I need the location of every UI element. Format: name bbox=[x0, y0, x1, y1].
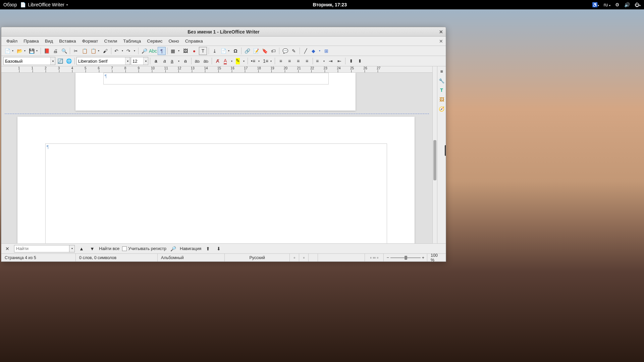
menu-styles[interactable]: Стили bbox=[101, 37, 120, 45]
highlight-button[interactable]: ✎ bbox=[234, 57, 246, 65]
redo-button[interactable]: ↷ bbox=[125, 47, 137, 55]
insert-image-button[interactable]: 🖼 bbox=[181, 47, 190, 55]
insert-line-button[interactable]: ╱ bbox=[302, 47, 310, 55]
accessibility-icon[interactable]: ♿▾ bbox=[592, 2, 599, 7]
volume-icon[interactable]: 🔊 bbox=[624, 2, 630, 7]
sidebar-properties-icon[interactable]: 🔧 bbox=[438, 77, 445, 84]
power-icon[interactable]: ⏻▾ bbox=[635, 2, 641, 7]
find-all-button[interactable]: Найти все bbox=[99, 246, 119, 251]
find-history-dropdown[interactable]: ▾ bbox=[69, 245, 75, 252]
strikethrough-button[interactable]: a bbox=[181, 57, 190, 65]
menu-tools[interactable]: Сервис bbox=[144, 37, 165, 45]
status-language[interactable]: Русский bbox=[225, 254, 290, 261]
status-selection-mode[interactable]: ▫ bbox=[299, 254, 309, 261]
subscript-button[interactable]: ab bbox=[202, 57, 210, 65]
align-center-button[interactable]: ≡ bbox=[285, 57, 293, 65]
window-close-button[interactable]: ✕ bbox=[439, 29, 443, 35]
status-page-style[interactable]: Альбомный bbox=[158, 254, 225, 261]
bullet-list-button[interactable]: •≡ bbox=[250, 57, 261, 65]
font-size-combo[interactable]: 12▾ bbox=[131, 57, 148, 65]
open-button[interactable]: 📂 bbox=[15, 47, 27, 55]
status-page[interactable]: Страница 4 из 5 bbox=[1, 254, 76, 261]
bold-button[interactable]: a bbox=[152, 57, 160, 65]
insert-chart-button[interactable]: ● bbox=[190, 47, 198, 55]
app-menu[interactable]: 📄 LibreOffice Writer ▾ bbox=[20, 2, 67, 7]
save-button[interactable]: 💾 bbox=[28, 47, 39, 55]
status-word-count[interactable]: 0 слов, 0 символов bbox=[76, 254, 158, 261]
status-insert-mode[interactable]: ▫ bbox=[290, 254, 299, 261]
insert-footnote-button[interactable]: 📝 bbox=[252, 47, 260, 55]
insert-textbox-button[interactable]: T bbox=[199, 47, 207, 55]
document-canvas[interactable]: ¶ ¶ bbox=[1, 73, 432, 243]
text-frame[interactable]: ¶ bbox=[45, 143, 387, 243]
keyboard-layout[interactable]: ru ▾ bbox=[604, 2, 610, 7]
outline-button[interactable]: ≡ bbox=[315, 57, 326, 65]
navigate-next-button[interactable]: ⬇ bbox=[215, 245, 223, 253]
find-next-button[interactable]: ▼ bbox=[88, 245, 96, 253]
paragraph-style-combo[interactable]: Базовый▾ bbox=[3, 57, 55, 65]
decrease-para-spacing-button[interactable]: ⬍ bbox=[356, 57, 364, 65]
sidebar-styles-icon[interactable]: T bbox=[438, 86, 445, 94]
insert-cross-reference-button[interactable]: 🏷 bbox=[269, 47, 277, 55]
underline-button[interactable]: a bbox=[169, 57, 181, 65]
scroll-thumb[interactable] bbox=[433, 140, 436, 180]
clone-formatting-button[interactable]: 🖌 bbox=[101, 47, 109, 55]
horizontal-ruler[interactable]: 1123456789101112131415161718192021222324… bbox=[1, 66, 432, 73]
export-pdf-button[interactable]: 📕 bbox=[43, 47, 51, 55]
new-style-button[interactable]: 🌐 bbox=[65, 57, 73, 65]
page-4[interactable]: ¶ bbox=[17, 117, 415, 243]
insert-table-button[interactable]: ▦ bbox=[169, 47, 181, 55]
update-style-button[interactable]: 🔄 bbox=[56, 57, 64, 65]
show-draw-functions-button[interactable]: ⊞ bbox=[322, 47, 330, 55]
menu-insert[interactable]: Вставка bbox=[56, 37, 79, 45]
increase-para-spacing-button[interactable]: ⬍ bbox=[347, 57, 355, 65]
menu-window[interactable]: Окно bbox=[165, 37, 182, 45]
activities-button[interactable]: Обзор bbox=[3, 2, 17, 7]
find-other-options-button[interactable]: 🔎 bbox=[169, 245, 177, 253]
menu-format[interactable]: Формат bbox=[79, 37, 101, 45]
find-input[interactable] bbox=[14, 245, 69, 252]
status-zoom-value[interactable]: 100 % bbox=[427, 254, 446, 261]
menu-file[interactable]: Файл bbox=[3, 37, 20, 45]
status-signature[interactable] bbox=[309, 254, 318, 261]
font-name-combo[interactable]: Liberation Serif▾ bbox=[76, 57, 130, 65]
font-color-button[interactable]: A bbox=[222, 57, 234, 65]
page-3-bottom[interactable]: ¶ bbox=[75, 73, 356, 111]
superscript-button[interactable]: ab bbox=[193, 57, 201, 65]
close-findbar-button[interactable]: ✕ bbox=[3, 245, 11, 253]
paste-button[interactable]: 📋 bbox=[89, 47, 101, 55]
text-frame[interactable]: ¶ bbox=[103, 73, 329, 84]
menu-view[interactable]: Вид bbox=[42, 37, 56, 45]
track-changes-button[interactable]: ✎ bbox=[290, 47, 298, 55]
new-button[interactable]: 📄 bbox=[3, 47, 15, 55]
clock[interactable]: Вторник, 17:23 bbox=[68, 2, 592, 7]
find-replace-button[interactable]: 🔎 bbox=[140, 47, 148, 55]
formatting-marks-button[interactable]: ¶ bbox=[158, 47, 166, 55]
insert-bookmark-button[interactable]: 🔖 bbox=[261, 47, 269, 55]
navigate-prev-button[interactable]: ⬆ bbox=[204, 245, 212, 253]
numbered-list-button[interactable]: 1≡ bbox=[262, 57, 273, 65]
zoom-out-icon[interactable]: − bbox=[386, 255, 389, 260]
status-view-layout[interactable]: ▫ ▫▫ ▫ bbox=[365, 254, 384, 261]
sidebar-navigator-icon[interactable]: 🧭 bbox=[438, 105, 445, 113]
copy-button[interactable]: 📋 bbox=[80, 47, 89, 55]
align-right-button[interactable]: ≡ bbox=[294, 57, 302, 65]
align-left-button[interactable]: ≡ bbox=[277, 57, 285, 65]
insert-special-char-button[interactable]: Ω bbox=[231, 47, 239, 55]
increase-indent-button[interactable]: ⇥ bbox=[327, 57, 335, 65]
find-previous-button[interactable]: ▲ bbox=[77, 245, 86, 253]
align-justify-button[interactable]: ≡ bbox=[303, 57, 311, 65]
basic-shapes-button[interactable]: ◆ bbox=[310, 47, 322, 55]
print-button[interactable]: 🖨 bbox=[51, 47, 59, 55]
menu-edit[interactable]: Правка bbox=[20, 37, 42, 45]
titlebar[interactable]: Без имени 1 - LibreOffice Writer ✕ bbox=[1, 27, 446, 37]
insert-page-break-button[interactable]: ⤓ bbox=[211, 47, 219, 55]
menu-help[interactable]: Справка bbox=[182, 37, 206, 45]
sidebar-settings-icon[interactable]: ≡ bbox=[438, 68, 445, 75]
network-icon[interactable]: ⚙ bbox=[615, 2, 620, 7]
decrease-indent-button[interactable]: ⇤ bbox=[335, 57, 343, 65]
match-case-checkbox[interactable]: Учитывать регистр bbox=[122, 246, 166, 251]
zoom-in-icon[interactable]: + bbox=[422, 255, 424, 260]
italic-button[interactable]: a bbox=[161, 57, 169, 65]
vertical-scrollbar[interactable] bbox=[432, 66, 437, 243]
